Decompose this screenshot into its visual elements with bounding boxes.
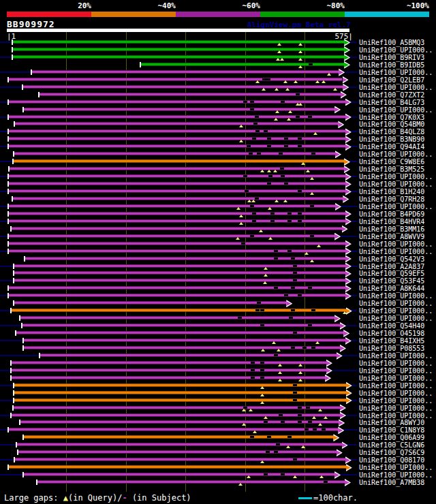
alignment-bar[interactable] bbox=[9, 249, 345, 253]
alignment-bar[interactable] bbox=[14, 406, 340, 409]
subject-label: UniRef100_A8WYJ0 bbox=[359, 419, 424, 426]
alignment-bar[interactable] bbox=[12, 413, 340, 417]
alignment-row: UniRef100_C5LGN6 bbox=[0, 441, 436, 449]
subject-gap-dash bbox=[287, 436, 292, 438]
subject-gap-dash bbox=[313, 428, 317, 430]
subject-gap-dash bbox=[291, 287, 295, 289]
alignment-bar[interactable] bbox=[14, 159, 345, 163]
alignment-bar[interactable] bbox=[22, 324, 340, 327]
subject-gap-dash bbox=[309, 63, 313, 65]
alignment-bar[interactable] bbox=[9, 144, 345, 148]
subject-gap-dash bbox=[291, 257, 295, 259]
subject-label: UniRef100_B3NB90 bbox=[359, 136, 424, 143]
alignment-bar[interactable] bbox=[9, 129, 345, 133]
alignment-bar[interactable] bbox=[13, 48, 344, 51]
subject-gap-dash bbox=[260, 362, 264, 364]
alignment-row: UniRef100_Q54BM0 bbox=[0, 121, 436, 128]
alignment-bar[interactable] bbox=[32, 70, 339, 74]
alignment-bar[interactable] bbox=[9, 189, 345, 193]
subject-gap-dash bbox=[281, 473, 285, 475]
alignment-bar[interactable] bbox=[14, 152, 335, 155]
subject-label: UniRef100_UPI000.. bbox=[359, 84, 433, 91]
query-gap-triangle-icon bbox=[264, 416, 268, 419]
subject-label: UniRef100_Q94AI4 bbox=[359, 143, 424, 151]
subject-label: UniRef100_UPI000.. bbox=[359, 240, 433, 248]
query-gap-triangle-icon bbox=[286, 445, 290, 448]
alignment-row: UniRef100_C9W8E6 bbox=[0, 158, 436, 166]
identity-scale-tick-label: ~40% bbox=[91, 2, 176, 10]
alignment-bar[interactable] bbox=[12, 227, 342, 230]
alignment-bar[interactable] bbox=[9, 428, 339, 431]
alignment-row: UniRef100_B3NB90 bbox=[0, 136, 436, 143]
subject-gap-dash bbox=[247, 145, 251, 147]
subject-gap-dash bbox=[250, 436, 254, 438]
alignment-bar[interactable] bbox=[13, 40, 344, 44]
alignment-bar[interactable] bbox=[9, 242, 345, 245]
alignment-bar[interactable] bbox=[9, 219, 345, 223]
alignment-bar[interactable] bbox=[9, 100, 345, 104]
subject-gap-dash bbox=[279, 153, 283, 155]
subject-gap-dash bbox=[310, 235, 314, 237]
subject-label: UniRef100_UPI000.. bbox=[359, 375, 433, 382]
query-gap-triangle-icon bbox=[239, 215, 243, 217]
alignment-bar[interactable] bbox=[10, 167, 344, 170]
alignment-bar[interactable] bbox=[9, 137, 345, 140]
alignment-bar[interactable] bbox=[24, 473, 334, 476]
subject-label: UniRef100_Q2LEB7 bbox=[359, 76, 424, 84]
query-gap-triangle-icon bbox=[298, 50, 302, 53]
subject-gap-dash bbox=[255, 116, 259, 118]
query-gap-triangle-icon bbox=[301, 445, 305, 448]
alignment-bar[interactable] bbox=[9, 204, 335, 208]
alignment-bar[interactable] bbox=[13, 55, 344, 59]
subject-gap-dash bbox=[305, 428, 309, 430]
alignment-bar[interactable] bbox=[9, 115, 345, 119]
alignment-bar[interactable] bbox=[15, 122, 338, 125]
query-gap-triangle-icon bbox=[298, 58, 302, 61]
subject-gap-dash bbox=[249, 153, 253, 155]
alignment-bar[interactable] bbox=[13, 197, 343, 200]
alignment-bar[interactable] bbox=[17, 443, 342, 446]
alignment-bar[interactable] bbox=[24, 338, 345, 342]
identity-scale-segment bbox=[91, 12, 176, 17]
query-gap-triangle-icon bbox=[280, 58, 284, 61]
alignment-bar[interactable] bbox=[25, 257, 345, 260]
query-gap-triangle-icon bbox=[277, 349, 281, 351]
alignment-bar[interactable] bbox=[9, 294, 345, 297]
subject-gap-dash bbox=[308, 421, 312, 423]
subject-gap-dash bbox=[276, 443, 280, 445]
alignment-bar[interactable] bbox=[141, 63, 344, 66]
query-gap-triangle-icon bbox=[298, 65, 302, 68]
alignment-row: UniRef100_Q542V3 bbox=[0, 255, 436, 263]
alignment-bar[interactable] bbox=[9, 78, 343, 81]
alignment-bar[interactable] bbox=[40, 353, 337, 357]
alignment-bar[interactable] bbox=[20, 420, 339, 424]
alignment-bar[interactable] bbox=[23, 85, 343, 89]
subject-gap-dash bbox=[287, 212, 292, 215]
alignment-bar[interactable] bbox=[18, 450, 337, 454]
subject-label: UniRef100_UPI000.. bbox=[359, 106, 433, 114]
subject-gap-dash bbox=[250, 235, 254, 237]
subject-gap-dash bbox=[274, 287, 278, 289]
alignment-row: UniRef100_B4HVR4 bbox=[0, 218, 436, 225]
alignment-row: UniRef100_UPI000.. bbox=[0, 390, 436, 397]
alignment-bar[interactable] bbox=[14, 301, 286, 304]
alignment-bar[interactable] bbox=[12, 309, 346, 312]
query-gap-triangle-icon bbox=[260, 386, 264, 389]
subject-label: UniRef100_B4LG73 bbox=[359, 99, 424, 106]
alignment-bar[interactable] bbox=[9, 465, 346, 469]
subject-label: UniRef100_Q53F45 bbox=[359, 277, 424, 285]
subject-gap-dash bbox=[324, 481, 328, 483]
alignment-bar[interactable] bbox=[9, 182, 345, 185]
alignment-bar[interactable] bbox=[9, 174, 345, 178]
alignment-row: UniRef100_UPI000.. bbox=[0, 405, 436, 412]
footer-legend: Large gaps: ▲(in Query)/- (in Subject) =… bbox=[4, 493, 436, 503]
alignment-bar[interactable] bbox=[9, 234, 335, 238]
alignment-row: UniRef100_UPI000.. bbox=[0, 248, 436, 255]
subject-gap-dash bbox=[287, 250, 292, 252]
alignment-bar[interactable] bbox=[20, 316, 334, 319]
subject-label: UniRef100_UPI000.. bbox=[359, 397, 433, 405]
subject-gap-dash bbox=[262, 78, 266, 80]
alignment-bar[interactable] bbox=[9, 212, 345, 215]
subject-gap-dash bbox=[267, 145, 271, 147]
alignment-bar[interactable] bbox=[37, 480, 345, 484]
